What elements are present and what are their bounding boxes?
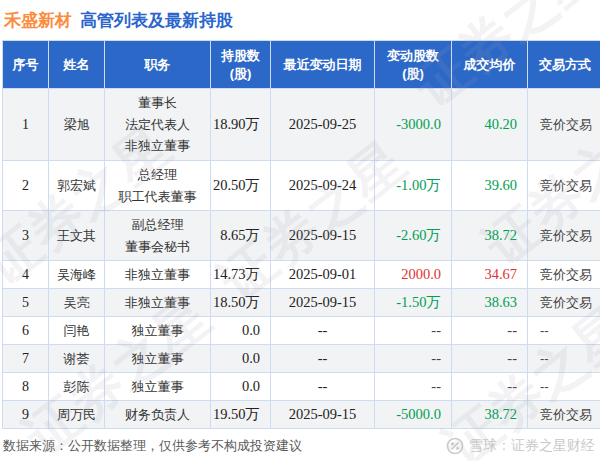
cell-method: -- xyxy=(528,373,600,401)
cell-position: 独立董事 xyxy=(105,317,211,345)
cell-date: 2025-09-25 xyxy=(271,89,375,161)
cell-position: 独立董事 xyxy=(105,345,211,373)
cell-method: -- xyxy=(528,317,600,345)
cell-price: 34.67 xyxy=(452,261,528,289)
col-header-method: 交易方式 xyxy=(528,41,600,89)
cell-change: -2.60万 xyxy=(375,211,452,261)
cell-shares: 0.0 xyxy=(211,345,271,373)
cell-position: 总经理 职工代表董事 xyxy=(105,161,211,211)
table-row: 8 彭陈 独立董事 0.0 -- -- -- -- xyxy=(3,373,600,401)
cell-no: 4 xyxy=(3,261,49,289)
cell-no: 1 xyxy=(3,89,49,161)
cell-change: -3000.0 xyxy=(375,89,452,161)
cell-name: 彭陈 xyxy=(49,373,105,401)
cell-no: 9 xyxy=(3,401,49,429)
cell-shares: 18.90万 xyxy=(211,89,271,161)
cell-shares: 18.50万 xyxy=(211,289,271,317)
cell-date: -- xyxy=(271,317,375,345)
cell-date: 2025-09-15 xyxy=(271,401,375,429)
cell-no: 3 xyxy=(3,211,49,261)
cell-change: -1.50万 xyxy=(375,289,452,317)
table-header-row: 序号 姓名 职务 持股数 (股) 最近变动日期 变动股数 (股) 成交均价 交易… xyxy=(3,41,600,89)
cell-price: 38.63 xyxy=(452,289,528,317)
cell-price: 39.60 xyxy=(452,161,528,211)
table-row: 6 闫艳 独立董事 0.0 -- -- -- -- xyxy=(3,317,600,345)
footer: 数据来源：公开数据整理，仅供参考不构成投资建议 雪球：证券之星财经 xyxy=(0,430,600,461)
cell-price: 40.20 xyxy=(452,89,528,161)
cell-price: 38.72 xyxy=(452,211,528,261)
cell-no: 7 xyxy=(3,345,49,373)
cell-method: 竞价交易 xyxy=(528,161,600,211)
cell-price: 38.72 xyxy=(452,401,528,429)
table-row: 7 谢荟 独立董事 0.0 -- -- -- -- xyxy=(3,345,600,373)
col-header-price: 成交均价 xyxy=(452,41,528,89)
col-header-no: 序号 xyxy=(3,41,49,89)
cell-date: -- xyxy=(271,345,375,373)
page-title: 禾盛新材 高管列表及最新持股 xyxy=(0,0,600,40)
cell-shares: 0.0 xyxy=(211,373,271,401)
cell-no: 6 xyxy=(3,317,49,345)
stock-name: 禾盛新材 xyxy=(4,9,72,32)
cell-change: -- xyxy=(375,373,452,401)
xueqiu-percent-circle-icon xyxy=(446,437,464,455)
cell-date: 2025-09-24 xyxy=(271,161,375,211)
cell-name: 郭宏斌 xyxy=(49,161,105,211)
cell-price: -- xyxy=(452,345,528,373)
cell-date: 2025-09-15 xyxy=(271,211,375,261)
brand-text: 雪球：证券之星财经 xyxy=(469,437,595,455)
executive-holdings-table: 序号 姓名 职务 持股数 (股) 最近变动日期 变动股数 (股) 成交均价 交易… xyxy=(2,40,600,429)
cell-change: -5000.0 xyxy=(375,401,452,429)
cell-method: -- xyxy=(528,345,600,373)
brand-credit: 雪球：证券之星财经 xyxy=(446,437,595,455)
cell-date: 2025-09-15 xyxy=(271,289,375,317)
table-row: 4 吴海峰 非独立董事 14.73万 2025-09-01 2000.0 34.… xyxy=(3,261,600,289)
table-row: 5 吴亮 非独立董事 18.50万 2025-09-15 -1.50万 38.6… xyxy=(3,289,600,317)
cell-change: -1.00万 xyxy=(375,161,452,211)
table-row: 3 王文其 副总经理 董事会秘书 8.65万 2025-09-15 -2.60万… xyxy=(3,211,600,261)
cell-method: 竞价交易 xyxy=(528,289,600,317)
table-row: 9 周万民 财务负责人 19.50万 2025-09-15 -5000.0 38… xyxy=(3,401,600,429)
cell-change: -- xyxy=(375,345,452,373)
cell-name: 闫艳 xyxy=(49,317,105,345)
cell-shares: 8.65万 xyxy=(211,211,271,261)
table-row: 1 梁旭 董事长 法定代表人 非独立董事 18.90万 2025-09-25 -… xyxy=(3,89,600,161)
col-header-shares: 持股数 (股) xyxy=(211,41,271,89)
cell-change: 2000.0 xyxy=(375,261,452,289)
cell-no: 2 xyxy=(3,161,49,211)
cell-name: 谢荟 xyxy=(49,345,105,373)
cell-shares: 20.50万 xyxy=(211,161,271,211)
cell-shares: 19.50万 xyxy=(211,401,271,429)
cell-price: -- xyxy=(452,373,528,401)
cell-position: 董事长 法定代表人 非独立董事 xyxy=(105,89,211,161)
cell-method: 竞价交易 xyxy=(528,261,600,289)
col-header-name: 姓名 xyxy=(49,41,105,89)
cell-price: -- xyxy=(452,317,528,345)
cell-change: -- xyxy=(375,317,452,345)
cell-method: 竞价交易 xyxy=(528,401,600,429)
col-header-change: 变动股数 (股) xyxy=(375,41,452,89)
table-row: 2 郭宏斌 总经理 职工代表董事 20.50万 2025-09-24 -1.00… xyxy=(3,161,600,211)
cell-name: 吴海峰 xyxy=(49,261,105,289)
cell-name: 王文其 xyxy=(49,211,105,261)
cell-no: 8 xyxy=(3,373,49,401)
cell-position: 非独立董事 xyxy=(105,289,211,317)
cell-shares: 0.0 xyxy=(211,317,271,345)
cell-position: 非独立董事 xyxy=(105,261,211,289)
cell-date: 2025-09-01 xyxy=(271,261,375,289)
cell-method: 竞价交易 xyxy=(528,211,600,261)
title-suffix: 高管列表及最新持股 xyxy=(80,9,233,32)
cell-position: 财务负责人 xyxy=(105,401,211,429)
cell-name: 梁旭 xyxy=(49,89,105,161)
cell-shares: 14.73万 xyxy=(211,261,271,289)
cell-position: 独立董事 xyxy=(105,373,211,401)
cell-date: -- xyxy=(271,373,375,401)
cell-no: 5 xyxy=(3,289,49,317)
col-header-date: 最近变动日期 xyxy=(271,41,375,89)
col-header-position: 职务 xyxy=(105,41,211,89)
data-source-note: 数据来源：公开数据整理，仅供参考不构成投资建议 xyxy=(3,437,302,455)
cell-method: 竞价交易 xyxy=(528,89,600,161)
cell-name: 吴亮 xyxy=(49,289,105,317)
cell-position: 副总经理 董事会秘书 xyxy=(105,211,211,261)
cell-name: 周万民 xyxy=(49,401,105,429)
